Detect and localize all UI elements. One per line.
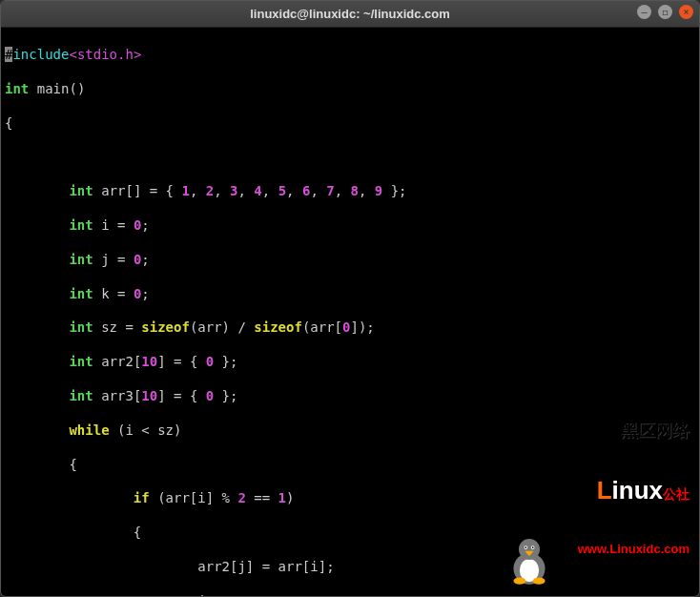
svg-point-4	[531, 546, 535, 549]
code-line: int j = 0;	[5, 252, 695, 269]
code-line: while (i < sz)	[5, 422, 695, 440]
svg-point-5	[525, 546, 526, 548]
code-line: int arr3[10] = { 0 };	[5, 388, 695, 405]
svg-point-2	[519, 539, 540, 560]
code-line: j++;	[5, 593, 695, 596]
code-line: if (arr[i] % 2 == 1)	[5, 490, 695, 507]
svg-point-7	[513, 577, 525, 584]
code-line: int arr[] = { 1, 2, 3, 4, 5, 6, 7, 8, 9 …	[5, 183, 695, 200]
svg-point-6	[532, 546, 534, 548]
window-controls: – ◻ ×	[637, 5, 693, 19]
code-line: int k = 0;	[5, 286, 695, 303]
window-title: linuxidc@linuxidc: ~/linuxidc.com	[250, 7, 450, 21]
code-line: {	[5, 457, 695, 474]
titlebar: linuxidc@linuxidc: ~/linuxidc.com – ◻ ×	[1, 1, 699, 28]
terminal-area[interactable]: #include<stdio.h> int main() { int arr[]…	[1, 28, 699, 596]
code-line: arr2[j] = arr[i];	[5, 559, 695, 576]
code-line: #include<stdio.h>	[5, 47, 695, 64]
maximize-button[interactable]: ◻	[658, 5, 672, 19]
code-blank	[5, 149, 695, 166]
svg-point-3	[524, 546, 527, 549]
close-button[interactable]: ×	[679, 5, 693, 19]
code-line: int i = 0;	[5, 217, 695, 235]
code-line: {	[5, 525, 695, 542]
code-line: int arr2[10] = { 0 };	[5, 354, 695, 371]
code-line: int main()	[5, 81, 695, 98]
watermark-url: www.Linuxidc.com	[578, 542, 690, 558]
code-line: int sz = sizeof(arr) / sizeof(arr[0]);	[5, 319, 695, 337]
svg-point-8	[533, 577, 546, 584]
minimize-button[interactable]: –	[637, 5, 651, 19]
code-line: {	[5, 115, 695, 133]
